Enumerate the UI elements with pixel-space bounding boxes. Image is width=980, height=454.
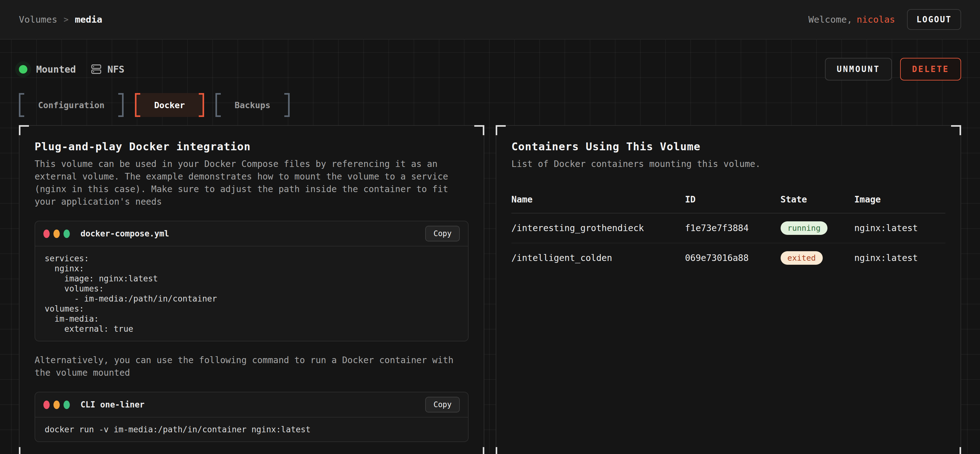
mount-status-label: Mounted xyxy=(36,64,76,75)
cli-code-header: CLI one-liner Copy xyxy=(35,392,468,417)
top-bar: Volumes > media Welcome, nicolas LOGOUT xyxy=(0,0,980,40)
tab-bar: Configuration Docker Backups xyxy=(19,93,961,117)
state-badge: running xyxy=(781,221,827,235)
volume-status: Mounted NFS xyxy=(19,63,124,75)
containers-panel: Containers Using This Volume List of Doc… xyxy=(496,125,961,454)
bracket-left-icon xyxy=(135,93,140,117)
bracket-left-icon xyxy=(19,93,24,117)
table-row: /intelligent_colden 069e73016a88 exited … xyxy=(511,243,945,273)
table-header-row: Name ID State Image xyxy=(511,190,945,213)
cli-code-content: docker run -v im-media:/path/in/containe… xyxy=(35,417,468,441)
cli-code-block: CLI one-liner Copy docker run -v im-medi… xyxy=(35,392,469,442)
container-name: /interesting_grothendieck xyxy=(511,213,685,243)
containers-panel-title: Containers Using This Volume xyxy=(511,140,945,153)
bracket-left-icon xyxy=(215,93,221,117)
container-image: nginx:latest xyxy=(854,213,945,243)
window-dot-green-icon xyxy=(64,230,70,238)
panel-corner-icon xyxy=(951,125,961,135)
column-header-state: State xyxy=(781,190,854,213)
panel-corner-icon xyxy=(951,447,961,454)
panel-corner-icon xyxy=(474,125,484,135)
breadcrumb-volumes-link[interactable]: Volumes xyxy=(19,14,57,25)
panel-corner-icon xyxy=(19,447,29,454)
cli-title: CLI one-liner xyxy=(81,400,145,410)
tab-docker[interactable]: Docker xyxy=(135,93,204,117)
status-row: Mounted NFS UNMOUNT DELETE xyxy=(19,58,961,81)
window-dot-yellow-icon xyxy=(54,230,60,238)
cli-intro-text: Alternatively, you can use the following… xyxy=(35,354,462,379)
main-content: Mounted NFS UNMOUNT DELETE Conf xyxy=(0,40,980,453)
window-dot-green-icon xyxy=(64,400,70,409)
bracket-right-icon xyxy=(118,93,124,117)
panel-corner-icon xyxy=(474,447,484,454)
column-header-image: Image xyxy=(854,190,945,213)
breadcrumb-current-volume: media xyxy=(75,14,102,25)
column-header-name: Name xyxy=(511,190,685,213)
containers-panel-subtitle: List of Docker containers mounting this … xyxy=(511,158,939,170)
container-image: nginx:latest xyxy=(854,243,945,273)
user-area: Welcome, nicolas LOGOUT xyxy=(808,9,961,30)
tab-configuration-label: Configuration xyxy=(24,93,118,117)
filesystem-type: NFS xyxy=(90,63,124,75)
panels-row: Plug-and-play Docker integration This vo… xyxy=(19,125,961,454)
server-stack-icon xyxy=(90,63,102,75)
compose-filename: docker-compose.yml xyxy=(81,229,169,238)
tab-docker-label: Docker xyxy=(140,93,199,117)
state-badge: exited xyxy=(781,251,823,265)
unmount-button[interactable]: UNMOUNT xyxy=(825,58,892,81)
tab-backups[interactable]: Backups xyxy=(215,93,290,117)
bracket-right-icon xyxy=(199,93,204,117)
delete-button[interactable]: DELETE xyxy=(900,58,961,81)
containers-table: Name ID State Image /interesting_grothen… xyxy=(511,190,945,273)
container-name: /intelligent_colden xyxy=(511,243,685,273)
compose-code-block: docker-compose.yml Copy services: nginx:… xyxy=(35,221,469,341)
fs-type-label: NFS xyxy=(107,64,124,75)
welcome-text: Welcome, xyxy=(808,14,852,25)
panel-corner-icon xyxy=(496,447,506,454)
breadcrumb-separator-icon: > xyxy=(64,15,68,24)
panel-corner-icon xyxy=(496,125,506,135)
docker-panel-description: This volume can be used in your Docker C… xyxy=(35,158,462,208)
bracket-right-icon xyxy=(284,93,290,117)
container-id: 069e73016a88 xyxy=(685,243,781,273)
window-dot-red-icon xyxy=(43,230,50,238)
logout-button[interactable]: LOGOUT xyxy=(907,9,961,30)
compose-code-content: services: nginx: image: nginx:latest vol… xyxy=(35,246,468,341)
copy-cli-button[interactable]: Copy xyxy=(425,397,460,413)
mounted-status-dot-icon xyxy=(19,65,27,73)
tab-backups-label: Backups xyxy=(221,93,284,117)
tab-configuration[interactable]: Configuration xyxy=(19,93,124,117)
column-header-id: ID xyxy=(685,190,781,213)
breadcrumb: Volumes > media xyxy=(19,14,102,25)
compose-code-header: docker-compose.yml Copy xyxy=(35,221,468,246)
docker-integration-panel: Plug-and-play Docker integration This vo… xyxy=(19,125,484,454)
container-id: f1e73e7f3884 xyxy=(685,213,781,243)
docker-panel-title: Plug-and-play Docker integration xyxy=(35,140,469,153)
window-dot-red-icon xyxy=(43,400,50,409)
copy-compose-button[interactable]: Copy xyxy=(425,226,460,241)
table-row: /interesting_grothendieck f1e73e7f3884 r… xyxy=(511,213,945,243)
window-dot-yellow-icon xyxy=(54,400,60,409)
panel-corner-icon xyxy=(19,125,29,135)
username-text: nicolas xyxy=(857,14,895,25)
volume-actions: UNMOUNT DELETE xyxy=(825,58,961,81)
